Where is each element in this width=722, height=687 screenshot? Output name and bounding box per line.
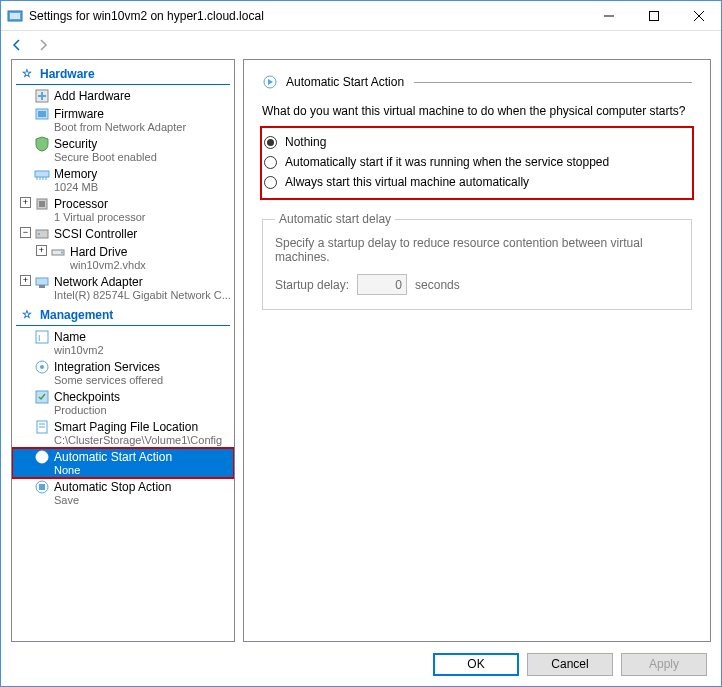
tree-item-firmware[interactable]: Firmware Boot from Network Adapter <box>12 105 234 135</box>
processor-icon <box>34 196 50 212</box>
maximize-button[interactable] <box>631 1 676 30</box>
startup-delay-group: Automatic start delay Specify a startup … <box>262 212 692 310</box>
tree-item-processor[interactable]: + Processor 1 Virtual processor <box>12 195 234 225</box>
tree-item-label: Integration Services <box>36 360 234 374</box>
expand-icon[interactable]: + <box>36 245 47 256</box>
hard-drive-icon <box>50 244 66 260</box>
apply-button: Apply <box>621 653 707 676</box>
tree-item-sub: Secure Boot enabled <box>36 151 234 163</box>
content-header-text: Automatic Start Action <box>286 75 404 89</box>
tree-item-label: Network Adapter <box>36 275 234 289</box>
svg-rect-34 <box>39 484 45 490</box>
paging-icon <box>34 419 50 435</box>
tree-item-label: SCSI Controller <box>36 227 234 241</box>
section-hardware[interactable]: ☆ Hardware <box>16 64 230 85</box>
radio-always-start[interactable]: Always start this virtual machine automa… <box>264 172 686 192</box>
minimize-button[interactable] <box>586 1 631 30</box>
tree-item-label: Memory <box>36 167 234 181</box>
tree-item-label: Name <box>36 330 234 344</box>
auto-stop-icon <box>34 479 50 495</box>
svg-rect-10 <box>38 111 46 117</box>
header-divider <box>414 82 692 83</box>
cancel-button[interactable]: Cancel <box>527 653 613 676</box>
radio-label: Nothing <box>285 135 326 149</box>
tree-item-integration-services[interactable]: Integration Services Some services offer… <box>12 358 234 388</box>
tree-item-scsi-controller[interactable]: − SCSI Controller <box>12 225 234 243</box>
tree-item-label: Checkpoints <box>36 390 234 404</box>
tree-item-sub: Save <box>36 494 234 506</box>
ok-button[interactable]: OK <box>433 653 519 676</box>
svg-point-21 <box>61 252 63 254</box>
tree-item-label: Security <box>36 137 234 151</box>
svg-rect-11 <box>35 171 49 177</box>
svg-rect-18 <box>36 230 48 238</box>
svg-point-27 <box>40 365 44 369</box>
nav-forward-button[interactable] <box>33 35 53 55</box>
tree-item-sub: 1 Virtual processor <box>36 211 234 223</box>
network-icon <box>34 274 50 290</box>
tree-item-memory[interactable]: Memory 1024 MB <box>12 165 234 195</box>
tree-item-label: Add Hardware <box>36 89 234 103</box>
radio-icon[interactable] <box>264 156 277 169</box>
tree-item-auto-stop-action[interactable]: Automatic Stop Action Save <box>12 478 234 508</box>
radio-label: Always start this virtual machine automa… <box>285 175 529 189</box>
radio-auto-if-running[interactable]: Automatically start if it was running wh… <box>264 152 686 172</box>
auto-start-icon <box>34 449 50 465</box>
name-icon: I <box>34 329 50 345</box>
close-button[interactable] <box>676 1 721 30</box>
auto-start-icon <box>262 74 278 90</box>
tree-item-sub: Boot from Network Adapter <box>36 121 234 133</box>
app-icon <box>7 8 23 24</box>
tree-item-sub: Production <box>36 404 234 416</box>
delay-label: Startup delay: <box>275 278 349 292</box>
tree-item-sub: C:\ClusterStorage\Volume1\Config <box>36 434 234 446</box>
tree-item-label: Firmware <box>36 107 234 121</box>
nav-back-button[interactable] <box>7 35 27 55</box>
radio-icon[interactable] <box>264 136 277 149</box>
chevron-up-icon: ☆ <box>22 308 32 321</box>
firmware-icon <box>34 106 50 122</box>
tree-item-label: Processor <box>36 197 234 211</box>
window-title: Settings for win10vm2 on hyper1.cloud.lo… <box>29 9 586 23</box>
radio-label: Automatically start if it was running wh… <box>285 155 609 169</box>
collapse-icon[interactable]: − <box>20 227 31 238</box>
tree-item-add-hardware[interactable]: Add Hardware <box>12 87 234 105</box>
delay-legend: Automatic start delay <box>275 212 395 226</box>
tree-item-security[interactable]: Security Secure Boot enabled <box>12 135 234 165</box>
tree-item-sub: Some services offered <box>36 374 234 386</box>
memory-icon <box>34 166 50 182</box>
radio-icon[interactable] <box>264 176 277 189</box>
expand-icon[interactable]: + <box>20 197 31 208</box>
expand-icon[interactable]: + <box>20 275 31 286</box>
delay-unit: seconds <box>415 278 460 292</box>
tree-item-sub: None <box>36 464 234 476</box>
tree-item-label: Automatic Stop Action <box>36 480 234 494</box>
tree-item-sub: win10vm2 <box>36 344 234 356</box>
settings-tree[interactable]: ☆ Hardware Add Hardware Firmware Boot fr… <box>11 59 235 642</box>
toolbar <box>1 31 721 59</box>
svg-rect-22 <box>36 278 48 285</box>
tree-item-sub: Intel(R) 82574L Gigabit Network C... <box>36 289 234 301</box>
delay-description: Specify a startup delay to reduce resour… <box>275 236 679 264</box>
content-panel: Automatic Start Action What do you want … <box>243 59 711 642</box>
tree-item-network-adapter[interactable]: + Network Adapter Intel(R) 82574L Gigabi… <box>12 273 234 303</box>
tree-item-auto-start-action[interactable]: Automatic Start Action None <box>12 448 234 478</box>
tree-item-hard-drive[interactable]: + Hard Drive win10vm2.vhdx <box>12 243 234 273</box>
chevron-up-icon: ☆ <box>22 67 32 80</box>
content-prompt: What do you want this virtual machine to… <box>262 104 692 118</box>
radio-nothing[interactable]: Nothing <box>264 132 686 152</box>
svg-rect-1 <box>10 13 20 19</box>
tree-item-checkpoints[interactable]: Checkpoints Production <box>12 388 234 418</box>
start-action-radio-group: Nothing Automatically start if it was ru… <box>262 128 692 198</box>
section-management[interactable]: ☆ Management <box>16 305 230 326</box>
tree-item-name[interactable]: I Name win10vm2 <box>12 328 234 358</box>
tree-item-sub: 1024 MB <box>36 181 234 193</box>
tree-item-smart-paging[interactable]: Smart Paging File Location C:\ClusterSto… <box>12 418 234 448</box>
svg-rect-3 <box>649 11 658 20</box>
shield-icon <box>34 136 50 152</box>
tree-item-sub: win10vm2.vhdx <box>52 259 234 271</box>
tree-item-label: Smart Paging File Location <box>36 420 234 434</box>
tree-item-label: Automatic Start Action <box>36 450 234 464</box>
checkpoints-icon <box>34 389 50 405</box>
add-hardware-icon <box>34 88 50 104</box>
